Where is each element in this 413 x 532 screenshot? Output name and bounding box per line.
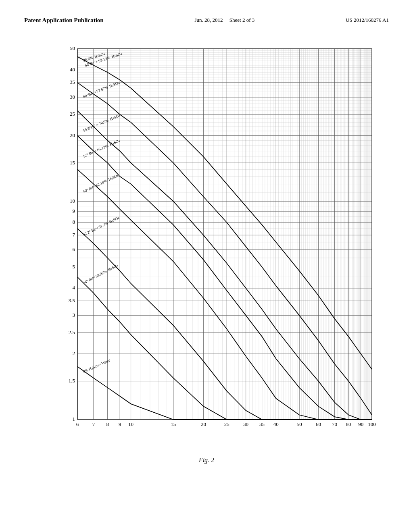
pub-date: Jun. 28, 2012 [195,17,223,23]
patent-number: US 2012/160276 A1 [346,17,389,23]
sheet-info: Sheet 2 of 3 [229,17,254,23]
figure-label: Fig. 2 [33,457,380,464]
publication-title: Patent Application Publication [24,17,104,23]
header-left: Patent Application Publication [24,16,104,25]
chart-canvas [53,41,380,440]
header-right: US 2012/160276 A1 [346,16,389,25]
page: Patent Application Publication Jun. 28, … [0,0,413,532]
header-center: Jun. 28, 2012 Sheet 2 of 3 [195,16,255,25]
header: Patent Application Publication Jun. 28, … [24,16,389,25]
chart-container [53,41,380,440]
chart-area: Fig. 2 [33,41,380,464]
